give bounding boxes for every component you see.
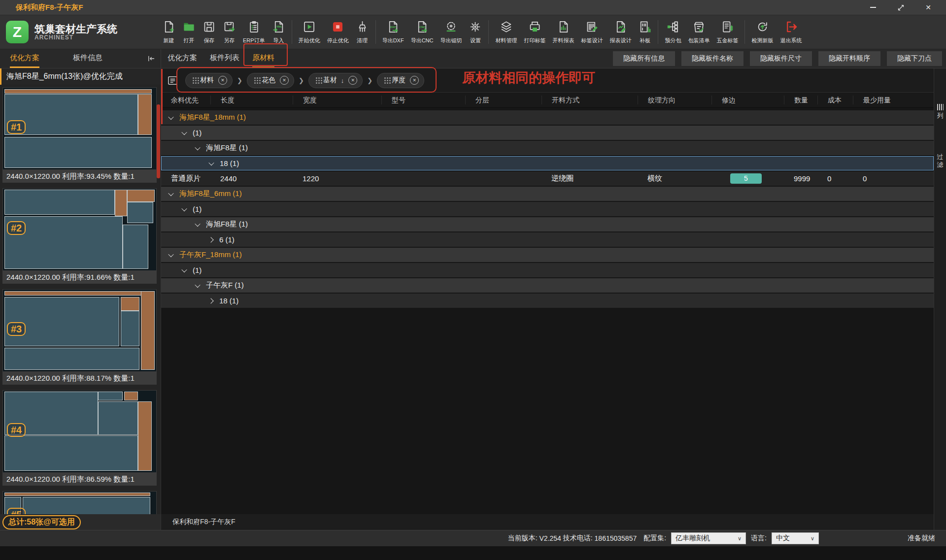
filter-chip-基材[interactable]: 基材↓✕ [308, 73, 363, 88]
tree-row-1[interactable]: (1) [161, 263, 934, 277]
column-header-修边[interactable]: 修边 [711, 96, 784, 104]
toolbar-button-layers[interactable]: 材料管理 [492, 17, 520, 47]
chevron-down-icon[interactable] [181, 266, 187, 272]
filter-settings-icon[interactable] [167, 75, 178, 86]
language-select[interactable]: 中文∨ [772, 532, 819, 544]
hide-button[interactable]: 隐藏板件尺寸 [750, 51, 812, 66]
plate-layout-#2[interactable]: #2 [2, 188, 157, 271]
toolbar-button-broom[interactable]: 清理 [352, 17, 372, 47]
plate-layout-#4[interactable]: #4 [2, 390, 157, 473]
close-button[interactable]: ✕ [924, 3, 932, 11]
hide-button[interactable]: 隐藏所有信息 [613, 51, 675, 66]
chevron-right-icon[interactable] [208, 237, 213, 242]
toolbar-button-save[interactable]: 保存 [199, 17, 219, 47]
toolbar-button-barcode-edit[interactable]: 标签设计 [577, 17, 606, 47]
toolbar-button-clipboard-list[interactable]: ERP订单 [239, 17, 269, 47]
chip-close-icon[interactable]: ✕ [410, 76, 419, 85]
tree-row-海旭F8星1[interactable]: 海旭F8星 (1) [161, 217, 934, 231]
material-data-row[interactable]: 普通原片24401220逆绕圈横纹5999900 [161, 171, 934, 186]
column-header-分层[interactable]: 分层 [465, 96, 541, 104]
column-header-余料优先[interactable]: 余料优先 [161, 96, 210, 104]
plate-layout-#3[interactable]: #3 [2, 289, 157, 372]
chip-close-icon[interactable]: ✕ [348, 76, 357, 85]
sidebar-collapse-button[interactable] [147, 49, 156, 68]
toolbar-button-doc-new[interactable]: 新建 [159, 17, 179, 47]
toolbar-button-file-cnc[interactable]: CNC导出CNC [407, 17, 437, 47]
sidebar-tab-优化方案[interactable]: 优化方案 [10, 49, 39, 68]
toolbar-button-box-check[interactable]: 包装清单 [684, 17, 713, 47]
toolbar-button-gear[interactable]: 设置 [465, 17, 485, 47]
tree-row-label: 18 (1) [219, 296, 238, 305]
maximize-button[interactable] [897, 3, 905, 11]
trim-value-badge[interactable]: 5 [730, 173, 762, 184]
hide-button[interactable]: 隐藏开料顺序 [818, 51, 880, 66]
minimize-button[interactable] [869, 3, 877, 11]
toolbar-button-stop[interactable]: 停止优化 [324, 17, 352, 47]
chip-close-icon[interactable]: ✕ [218, 76, 227, 85]
column-header-数量[interactable]: 数量 [784, 96, 817, 104]
column-header-纹理方向[interactable]: 纹理方向 [638, 96, 711, 104]
chevron-down-icon[interactable] [168, 114, 173, 119]
toolbar-button-tree[interactable]: 预分包 [661, 17, 684, 47]
chevron-down-icon[interactable] [181, 205, 187, 211]
chevron-down-icon[interactable] [208, 160, 214, 165]
config-select[interactable]: 亿丰雕刻机∨ [671, 532, 746, 544]
toolbar-button-play[interactable]: 开始优化 [295, 17, 324, 47]
plate-layout-#1[interactable]: #1 [2, 87, 157, 170]
toolbar-button-exit[interactable]: 退出系统 [777, 17, 805, 47]
sidebar-scrollbar[interactable] [157, 104, 160, 178]
toolbar-button-report[interactable]: 开料报表 [549, 17, 577, 47]
tree-row-海旭F8星_18mm1[interactable]: 海旭F8星_18mm (1) [161, 110, 934, 125]
toolbar-button-hardware-tag[interactable]: 五金标签 [713, 17, 742, 47]
chevron-down-icon[interactable] [195, 221, 200, 226]
chip-close-icon[interactable]: ✕ [280, 76, 289, 85]
column-header-成本[interactable]: 成本 [817, 96, 853, 104]
toolbar-button-save-as[interactable]: 另存 [219, 17, 239, 47]
tree-row-子午灰F_18mm1[interactable]: 子午灰F_18mm (1) [161, 248, 934, 262]
plate-layout-#5[interactable]: #5 [2, 491, 157, 514]
toolbar-button-printer[interactable]: 打印标签 [520, 17, 549, 47]
status-bar: 当前版本: V2.254 技术电话: 18615035857 配置集: 亿丰雕刻… [0, 530, 946, 546]
chevron-down-icon[interactable] [168, 190, 173, 196]
hide-button[interactable]: 隐藏板件名称 [681, 51, 743, 66]
tree-row-海旭F8星_6mm1[interactable]: 海旭F8星_6mm (1) [161, 187, 934, 201]
filter-chip-厚度[interactable]: 厚度✕ [377, 73, 424, 88]
filter-panel-button[interactable]: 过滤 [934, 153, 946, 169]
sidebar-tab-板件信息[interactable]: 板件信息 [73, 49, 102, 68]
toolbar-button-chart-edit[interactable]: 报表设计 [606, 17, 635, 47]
toolbar-button-saw[interactable]: 导出锯切 [437, 17, 465, 47]
filter-chip-花色[interactable]: 花色✕ [247, 73, 294, 88]
column-header-长度[interactable]: 长度 [210, 96, 293, 104]
saw-icon [444, 20, 458, 35]
toolbar-button-board-add[interactable]: 补板 [635, 17, 655, 47]
columns-chooser-button[interactable]: 列 [934, 104, 946, 120]
play-icon [303, 20, 316, 35]
tree-row-181[interactable]: 18 (1) [161, 156, 934, 170]
column-header-开料方式[interactable]: 开料方式 [541, 96, 638, 104]
chevron-down-icon[interactable] [168, 251, 173, 257]
chevron-right-icon[interactable] [208, 298, 213, 303]
hide-button[interactable]: 隐藏下刀点 [887, 51, 942, 66]
toolbar-button-import-xml[interactable]: XML导入 [269, 17, 289, 47]
filter-chip-材料[interactable]: 材料✕ [185, 73, 233, 88]
column-header-最少用量[interactable]: 最少用量 [853, 96, 934, 104]
tree-row-1[interactable]: (1) [161, 202, 934, 216]
column-header-宽度[interactable]: 宽度 [293, 96, 381, 104]
toolbar-button-update[interactable]: 检测新版 [748, 17, 777, 47]
chevron-down-icon[interactable] [181, 129, 187, 134]
column-header-型号[interactable]: 型号 [381, 96, 465, 104]
chevron-down-icon[interactable] [195, 144, 200, 150]
toolbar-button-file-dxf[interactable]: DXF导出DXF [379, 17, 407, 47]
tree-row-61[interactable]: 6 (1) [161, 232, 934, 247]
chevron-down-icon[interactable] [195, 282, 200, 287]
tree-row-181[interactable]: 18 (1) [161, 294, 934, 308]
tree-row-海旭F8星1[interactable]: 海旭F8星 (1) [161, 141, 934, 155]
hardware-tag-icon [721, 20, 734, 35]
main-tab-板件列表[interactable]: 板件列表 [210, 49, 239, 68]
tree-row-子午灰F1[interactable]: 子午灰F (1) [161, 278, 934, 293]
toolbar-button-folder-open[interactable]: 打开 [179, 17, 199, 47]
plate-caption: 2440.0×1220.00 利用率:93.45% 数量:1 [2, 170, 157, 183]
main-tab-优化方案[interactable]: 优化方案 [168, 49, 197, 68]
main-tab-原材料[interactable]: 原材料 [252, 49, 274, 68]
tree-row-1[interactable]: (1) [161, 126, 934, 140]
